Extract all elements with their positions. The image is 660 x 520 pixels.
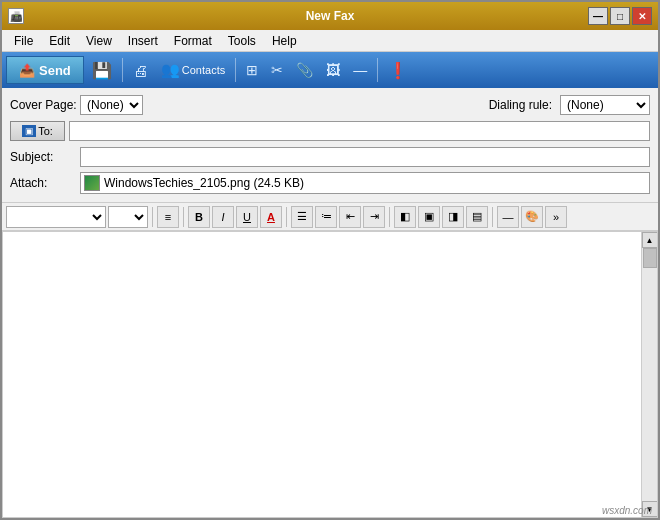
font-size-select[interactable] — [108, 206, 148, 228]
justify-icon: ▤ — [472, 210, 482, 223]
fmt-sep-3 — [286, 207, 287, 227]
attach-icon: 📎 — [296, 62, 313, 78]
contacts-label: Contacts — [182, 64, 225, 76]
save-button[interactable]: 💾 — [87, 56, 117, 84]
editor-content[interactable] — [3, 232, 641, 517]
align-center-button[interactable]: ▣ — [418, 206, 440, 228]
to-row: ▣ To: — [10, 120, 650, 142]
tool3-button[interactable]: ✂ — [266, 56, 288, 84]
attach-label: Attach: — [10, 176, 80, 190]
vertical-scrollbar[interactable]: ▲ ▼ — [641, 232, 657, 517]
urgent-button[interactable]: ❗ — [383, 56, 413, 84]
window-title: New Fax — [306, 9, 355, 23]
dialing-rule-group: Dialing rule: (None) — [489, 95, 650, 115]
send-button[interactable]: 📤 Send — [6, 56, 84, 84]
menu-file[interactable]: File — [6, 32, 41, 50]
increase-indent-icon: ⇥ — [370, 210, 379, 223]
grid-button[interactable]: ⊞ — [241, 56, 263, 84]
increase-indent-button[interactable]: ⇥ — [363, 206, 385, 228]
save-icon: 💾 — [92, 61, 112, 80]
attach-button[interactable]: 📎 — [291, 56, 318, 84]
form-area: Cover Page: (None) Dialing rule: (None) … — [2, 88, 658, 203]
line-button[interactable]: — — [497, 206, 519, 228]
fmt-sep-2 — [183, 207, 184, 227]
title-bar: 📠 New Fax — □ ✕ — [2, 2, 658, 30]
watermark: wsxdn.com — [602, 505, 652, 516]
image-button[interactable]: 🖼 — [321, 56, 345, 84]
minimize-button[interactable]: — — [588, 7, 608, 25]
subject-input[interactable] — [80, 147, 650, 167]
more-icon: » — [553, 211, 559, 223]
menu-help[interactable]: Help — [264, 32, 305, 50]
decrease-indent-button[interactable]: ⇤ — [339, 206, 361, 228]
tool3-icon: ✂ — [271, 62, 283, 78]
print-button[interactable]: 🖨 — [128, 56, 153, 84]
print-icon: 🖨 — [133, 62, 148, 79]
close-button[interactable]: ✕ — [632, 7, 652, 25]
separator-3 — [377, 58, 378, 82]
decrease-indent-icon: ⇤ — [346, 210, 355, 223]
dialing-rule-label: Dialing rule: — [489, 98, 552, 112]
fmt-sep-5 — [492, 207, 493, 227]
contacts-icon: 👥 — [161, 61, 180, 79]
menu-tools[interactable]: Tools — [220, 32, 264, 50]
attach-filename: WindowsTechies_2105.png (24.5 KB) — [104, 176, 304, 190]
to-input[interactable] — [69, 121, 650, 141]
image-icon: 🖼 — [326, 62, 340, 78]
cover-page-row: Cover Page: (None) Dialing rule: (None) — [10, 94, 650, 116]
scroll-thumb[interactable] — [643, 248, 657, 268]
align-left-icon: ◧ — [400, 210, 410, 223]
cover-page-select[interactable]: (None) — [80, 95, 143, 115]
underline-button[interactable]: U — [236, 206, 258, 228]
paint-icon: 🎨 — [525, 210, 539, 223]
italic-button[interactable]: I — [212, 206, 234, 228]
justify-button[interactable]: ▤ — [466, 206, 488, 228]
font-select[interactable] — [6, 206, 106, 228]
to-label: To: — [38, 125, 53, 137]
subject-row: Subject: — [10, 146, 650, 168]
separator-2 — [235, 58, 236, 82]
scroll-up-arrow[interactable]: ▲ — [642, 232, 658, 248]
to-button[interactable]: ▣ To: — [10, 121, 65, 141]
paint-button[interactable]: 🎨 — [521, 206, 543, 228]
urgent-icon: ❗ — [388, 61, 408, 80]
cover-page-label: Cover Page: — [10, 98, 80, 112]
bullet-list-icon: ☰ — [297, 210, 307, 223]
bullet-list-button[interactable]: ☰ — [291, 206, 313, 228]
bold-button[interactable]: B — [188, 206, 210, 228]
contacts-button[interactable]: 👥 Contacts — [156, 56, 230, 84]
align-right-button[interactable]: ◨ — [442, 206, 464, 228]
menu-insert[interactable]: Insert — [120, 32, 166, 50]
menu-bar: File Edit View Insert Format Tools Help — [2, 30, 658, 52]
numbered-list-icon: ≔ — [321, 210, 332, 223]
attach-box: WindowsTechies_2105.png (24.5 KB) — [80, 172, 650, 194]
tool5-icon: — — [353, 62, 367, 78]
scroll-track[interactable] — [642, 248, 657, 501]
attach-thumbnail — [84, 175, 100, 191]
main-window: 📠 New Fax — □ ✕ File Edit View Insert Fo… — [0, 0, 660, 520]
editor-area: ▲ ▼ — [2, 231, 658, 518]
numbered-list-button[interactable]: ≔ — [315, 206, 337, 228]
toolbar: 📤 Send 💾 🖨 👥 Contacts ⊞ ✂ 📎 🖼 — — [2, 52, 658, 88]
font-color-button[interactable]: A — [260, 206, 282, 228]
menu-format[interactable]: Format — [166, 32, 220, 50]
grid-icon: ⊞ — [246, 62, 258, 78]
attach-row: Attach: WindowsTechies_2105.png (24.5 KB… — [10, 172, 650, 194]
align-right-icon: ◨ — [448, 210, 458, 223]
align-button[interactable]: ≡ — [157, 206, 179, 228]
fmt-sep-4 — [389, 207, 390, 227]
menu-edit[interactable]: Edit — [41, 32, 78, 50]
title-bar-left: 📠 — [8, 8, 24, 24]
dialing-rule-select[interactable]: (None) — [560, 95, 650, 115]
more-button[interactable]: » — [545, 206, 567, 228]
menu-view[interactable]: View — [78, 32, 120, 50]
window-icon: 📠 — [8, 8, 24, 24]
align-left-button[interactable]: ◧ — [394, 206, 416, 228]
separator-1 — [122, 58, 123, 82]
maximize-button[interactable]: □ — [610, 7, 630, 25]
format-toolbar: ≡ B I U A ☰ ≔ ⇤ ⇥ ◧ ▣ — [2, 203, 658, 231]
line-icon: — — [503, 211, 514, 223]
align-center-icon: ▣ — [424, 210, 434, 223]
send-label: Send — [39, 63, 71, 78]
tool5-button[interactable]: — — [348, 56, 372, 84]
